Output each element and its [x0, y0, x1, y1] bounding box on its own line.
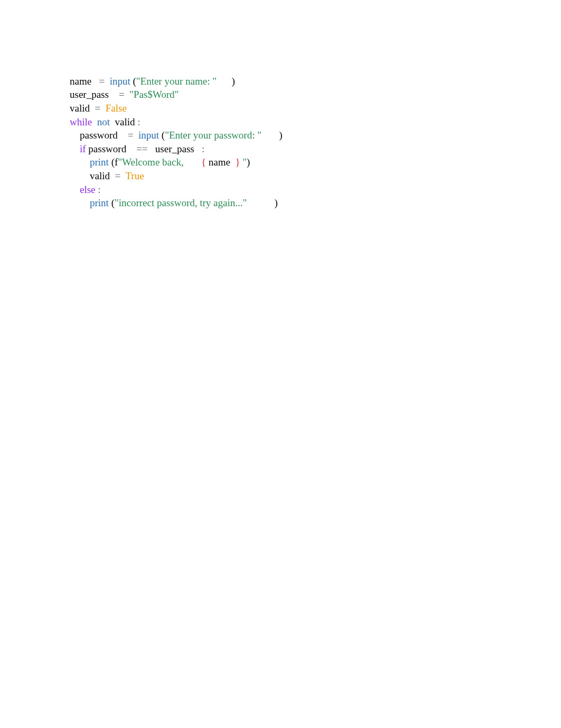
string-literal: "Enter your password: ": [165, 130, 261, 141]
assign-op: =: [128, 130, 134, 141]
string-literal: "Pas$Word": [129, 89, 179, 100]
var-name: name: [209, 156, 230, 168]
paren-close: ): [231, 76, 235, 87]
string-literal: ": [242, 156, 247, 168]
code-line-3: valid = False: [70, 103, 127, 114]
code-line-8: valid = True: [70, 170, 144, 181]
code-line-10: print ("incorrect password, try again...…: [70, 197, 278, 208]
code-line-5: password = input ("Enter your password: …: [70, 130, 283, 141]
builtin-print: print: [90, 156, 109, 168]
var-user-pass: user_pass: [70, 89, 109, 100]
code-line-6: if password == user_pass :: [70, 143, 204, 154]
var-valid: valid: [70, 103, 90, 114]
assign-op: =: [95, 103, 101, 114]
code-line-1: name = input ("Enter your name: " ): [70, 76, 235, 87]
assign-op: =: [119, 89, 125, 100]
const-true: True: [125, 170, 144, 181]
var-password: password: [88, 143, 126, 154]
brace-close: }: [235, 156, 240, 168]
builtin-input: input: [110, 76, 130, 87]
colon: :: [202, 143, 204, 154]
var-valid: valid: [115, 116, 135, 127]
string-literal: "Enter your name: ": [136, 76, 217, 87]
paren-close: ): [279, 130, 282, 141]
var-valid: valid: [90, 170, 110, 181]
kw-not: not: [97, 116, 110, 127]
code-line-7: print (f"Welcome back, { name } "): [70, 156, 250, 168]
paren-close: ): [247, 156, 250, 168]
code-line-9: else :: [70, 184, 101, 195]
colon: :: [137, 116, 140, 127]
assign-op: =: [99, 76, 105, 87]
colon: :: [98, 184, 100, 195]
const-false: False: [106, 103, 127, 114]
builtin-input: input: [138, 130, 159, 141]
code-line-2: user_pass = "Pas$Word": [70, 89, 179, 100]
kw-while: while: [70, 116, 92, 127]
brace-open: {: [201, 156, 206, 168]
op-eq: ==: [136, 143, 147, 154]
code-block: name = input ("Enter your name: " ) user…: [0, 0, 561, 210]
assign-op: =: [115, 170, 121, 181]
var-user-pass: user_pass: [155, 143, 194, 154]
string-literal: "incorrect password, try again...": [115, 197, 247, 208]
kw-if: if: [80, 143, 86, 154]
code-line-4: while not valid :: [70, 116, 141, 127]
kw-else: else: [80, 184, 96, 195]
string-literal: "Welcome back,: [118, 156, 186, 168]
var-password: password: [80, 130, 118, 141]
paren-close: ): [275, 197, 278, 208]
var-name: name: [70, 76, 91, 87]
builtin-print: print: [90, 197, 109, 208]
